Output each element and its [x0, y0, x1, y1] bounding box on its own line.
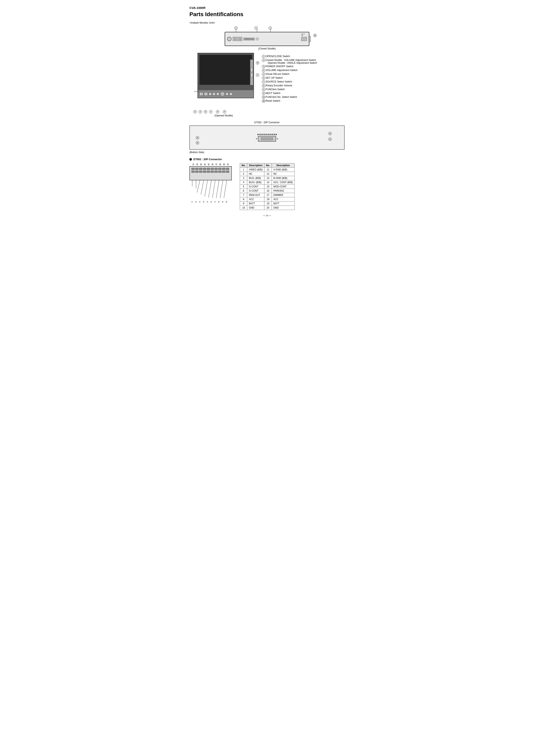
pin-dot-3	[261, 134, 263, 135]
cell-no1: 2	[240, 172, 247, 176]
table-row: 2 NC 12 NC	[240, 172, 294, 176]
cell-desc2: BATT	[272, 202, 294, 206]
callout-8: ⑧	[216, 110, 220, 113]
connector-table: No. Description No. Description 1 VIDEO …	[240, 163, 294, 210]
svg-line-4	[205, 180, 208, 197]
side-panel	[250, 59, 253, 86]
svg-line-6	[213, 180, 215, 198]
list-item: ① OPEN/CLOSE Switch	[262, 55, 344, 58]
screen-inner	[199, 55, 252, 85]
pin-top-7	[215, 168, 217, 170]
bot-pin-3: ③	[198, 201, 201, 203]
label-12: Reset Switch	[266, 99, 280, 102]
pin-bot-10	[226, 171, 229, 173]
et002-header: ET002 : 20P Connector	[190, 158, 344, 161]
pin-bot-4	[203, 171, 206, 173]
pin-top-4	[203, 168, 206, 170]
side-knob	[309, 36, 311, 42]
cell-desc2: PARKING	[272, 189, 294, 193]
pin-top-10	[226, 168, 229, 170]
list-item: ⑤ Visual SELect Switch	[262, 73, 344, 76]
cell-desc1: VIDEO (B/B)	[247, 168, 265, 172]
main-section: ⑪ ⑩ ∨ ∧ ALPINE	[190, 53, 344, 117]
pin-11: ⑪	[191, 163, 195, 166]
cell-desc1: BUS- (B/B)	[247, 176, 265, 180]
opened-shuttle-diagram: ⑪ ⑩ ∨ ∧ ALPINE	[190, 53, 258, 117]
num-3: ③	[262, 65, 265, 68]
pin-bot-6	[211, 171, 214, 173]
wire-svg	[190, 180, 232, 201]
num-1: ①	[262, 55, 265, 58]
cell-desc1: ACC	[247, 197, 265, 202]
bottom-side-label: (Bottom Side)	[190, 151, 204, 154]
et002-section: ET002 : 20P Connector ⑪ ⑫ ⑬ ⑭ ⑮ ⑯ ⑰ ⑱ ⑲ …	[190, 158, 344, 210]
list-item: ⑪ FUNCtion No. Select Switch	[262, 95, 344, 99]
callout-6: ⑥	[204, 110, 208, 113]
side-btn-2	[250, 73, 253, 77]
cell-desc1: NC	[247, 172, 265, 176]
cell-no2: 18	[265, 197, 272, 202]
cell-no1: 7	[240, 193, 247, 197]
pin-14: ⑭	[203, 163, 207, 166]
pin-dot-10	[275, 134, 277, 135]
label-1: OPEN/CLOSE Switch	[266, 55, 290, 58]
cell-no2: 14	[265, 180, 272, 185]
num-8: ⑧	[262, 84, 265, 87]
num-2: ②	[262, 59, 265, 62]
bot-pin-1: ①	[190, 201, 194, 203]
cell-desc1: D-CONT	[247, 185, 265, 189]
ctrl-btn-3	[209, 93, 212, 95]
connector-body	[190, 166, 232, 180]
th-desc2: Description	[272, 163, 294, 168]
table-row: 3 BUS- (B/B) 13 B-GND (B/B)	[240, 176, 294, 180]
svg-line-9	[224, 180, 227, 198]
cell-no2: 19	[265, 202, 272, 206]
callout-9: ⑨	[223, 110, 226, 113]
cell-desc1: BATT	[247, 202, 265, 206]
th-desc1: Description	[247, 163, 265, 168]
ctrl-btn-7	[230, 93, 232, 95]
up-btn: ∧	[238, 37, 242, 41]
pin-17: ⑰	[215, 163, 218, 166]
list-item: ⑧ Rotary Encoder Volume	[262, 84, 344, 87]
label-8: Rotary Encoder Volume	[266, 84, 292, 87]
pin-18: ⑱	[218, 163, 222, 166]
num-9: ⑨	[262, 88, 265, 91]
bot-pin-2: ②	[194, 201, 198, 203]
cell-desc2: ACC	[272, 197, 294, 202]
brand-label: ALPINE	[194, 91, 199, 92]
list-item: ⑦ SOURCE Select Switch	[262, 80, 344, 84]
callout-7: ⑦	[209, 110, 213, 113]
ctrl-btn-6	[226, 93, 229, 95]
num-12: ⑫	[262, 99, 265, 103]
cell-desc2: ACC. CONT (B/B)	[272, 180, 294, 185]
ctrl-btn-4	[213, 93, 216, 95]
power-button-top	[227, 37, 232, 41]
callout-12: ⑫	[313, 34, 317, 37]
control-bar: ∨ ∧	[197, 90, 254, 98]
cell-no2: 11	[265, 168, 272, 172]
callout-circle-a: ⊕	[196, 136, 199, 139]
label-3: POWER ON/OFF Switch	[266, 65, 293, 68]
list-item: ⑩ NEXT Switch	[262, 92, 344, 95]
bot-pin-4: ④	[202, 201, 205, 203]
label-5: Visual SELect Switch	[266, 73, 289, 75]
top-pin-row	[191, 168, 230, 170]
callout-1: ①	[268, 26, 272, 30]
bot-pin-8: ⑧	[217, 201, 221, 203]
cell-no2: 20	[265, 206, 272, 210]
model-title: CVA-1000R	[190, 6, 344, 10]
pin-13: ⑬	[199, 163, 203, 166]
callout-4: ④	[193, 110, 197, 113]
callout-11-label: ⑪	[256, 61, 260, 65]
pin-16: ⑯	[211, 163, 214, 166]
top-pin-nums: ⑪ ⑫ ⑬ ⑭ ⑮ ⑯ ⑰ ⑱ ⑲ ⑳	[191, 163, 234, 166]
cell-no1: 10	[240, 206, 247, 210]
cell-desc2: GND	[272, 206, 294, 210]
th-no1: No.	[240, 163, 247, 168]
connector-section-label: ET002 : 20P Connector	[190, 121, 344, 124]
callout-2: ②	[255, 26, 258, 30]
rect-btn	[301, 37, 307, 41]
connector-diagram: ⑪ ⑫ ⑬ ⑭ ⑮ ⑯ ⑰ ⑱ ⑲ ⑳	[190, 163, 234, 203]
cell-no2: 12	[265, 172, 272, 176]
